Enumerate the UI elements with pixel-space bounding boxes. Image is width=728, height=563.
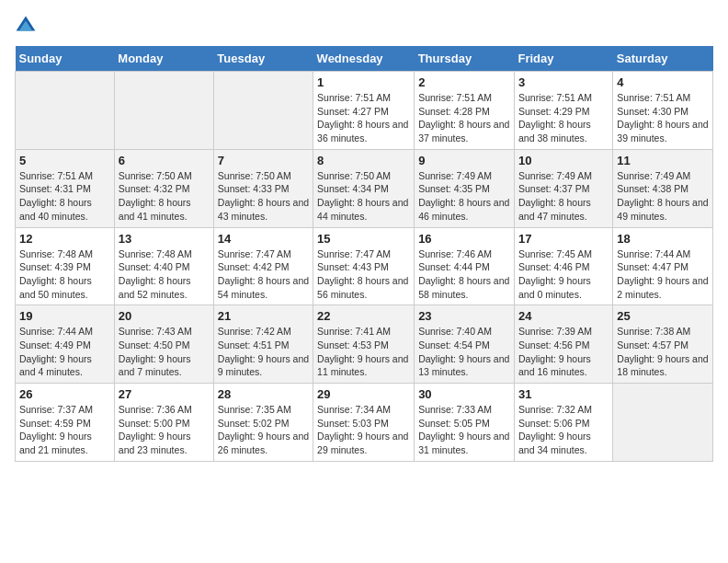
- calendar-cell: 11Sunrise: 7:49 AM Sunset: 4:38 PM Dayli…: [613, 149, 713, 227]
- calendar-cell: 30Sunrise: 7:33 AM Sunset: 5:05 PM Dayli…: [415, 384, 515, 462]
- day-content: Sunrise: 7:51 AM Sunset: 4:30 PM Dayligh…: [617, 91, 709, 145]
- day-number: 16: [418, 232, 510, 246]
- calendar-cell: [114, 72, 213, 150]
- day-content: Sunrise: 7:39 AM Sunset: 4:56 PM Dayligh…: [518, 325, 609, 379]
- day-number: 10: [518, 154, 609, 167]
- calendar-cell: 16Sunrise: 7:46 AM Sunset: 4:44 PM Dayli…: [415, 227, 515, 305]
- day-content: Sunrise: 7:44 AM Sunset: 4:49 PM Dayligh…: [19, 325, 110, 379]
- day-number: 9: [418, 154, 510, 167]
- day-number: 24: [518, 309, 609, 323]
- weekday-header-saturday: Saturday: [613, 46, 713, 72]
- calendar-table: SundayMondayTuesdayWednesdayThursdayFrid…: [15, 46, 713, 462]
- day-content: Sunrise: 7:43 AM Sunset: 4:50 PM Dayligh…: [119, 325, 210, 379]
- day-number: 6: [119, 154, 210, 167]
- day-content: Sunrise: 7:37 AM Sunset: 4:59 PM Dayligh…: [19, 403, 110, 457]
- weekday-header-sunday: Sunday: [16, 46, 115, 72]
- calendar-week-row: 26Sunrise: 7:37 AM Sunset: 4:59 PM Dayli…: [16, 384, 713, 462]
- day-content: Sunrise: 7:50 AM Sunset: 4:32 PM Dayligh…: [119, 169, 210, 224]
- calendar-cell: 10Sunrise: 7:49 AM Sunset: 4:37 PM Dayli…: [514, 149, 612, 227]
- calendar-cell: 3Sunrise: 7:51 AM Sunset: 4:29 PM Daylig…: [514, 72, 612, 150]
- page-header: [15, 15, 713, 37]
- day-number: 7: [218, 154, 309, 167]
- day-number: 14: [218, 232, 309, 246]
- day-content: Sunrise: 7:49 AM Sunset: 4:35 PM Dayligh…: [418, 169, 510, 224]
- day-content: Sunrise: 7:50 AM Sunset: 4:33 PM Dayligh…: [218, 169, 309, 224]
- calendar-cell: 23Sunrise: 7:40 AM Sunset: 4:54 PM Dayli…: [415, 305, 515, 384]
- day-content: Sunrise: 7:48 AM Sunset: 4:40 PM Dayligh…: [119, 247, 210, 302]
- weekday-header-thursday: Thursday: [415, 46, 515, 72]
- day-number: 21: [218, 309, 309, 323]
- day-number: 20: [119, 309, 210, 323]
- day-number: 28: [218, 387, 309, 401]
- day-content: Sunrise: 7:51 AM Sunset: 4:29 PM Dayligh…: [518, 91, 609, 145]
- day-number: 18: [617, 232, 709, 246]
- day-content: Sunrise: 7:41 AM Sunset: 4:53 PM Dayligh…: [317, 325, 410, 379]
- day-number: 23: [418, 309, 510, 323]
- day-content: Sunrise: 7:46 AM Sunset: 4:44 PM Dayligh…: [418, 247, 510, 302]
- day-content: Sunrise: 7:49 AM Sunset: 4:38 PM Dayligh…: [617, 169, 709, 224]
- day-number: 11: [617, 154, 709, 167]
- day-content: Sunrise: 7:34 AM Sunset: 5:03 PM Dayligh…: [317, 403, 410, 457]
- calendar-cell: 8Sunrise: 7:50 AM Sunset: 4:34 PM Daylig…: [313, 149, 415, 227]
- day-content: Sunrise: 7:44 AM Sunset: 4:47 PM Dayligh…: [617, 247, 709, 302]
- calendar-cell: 15Sunrise: 7:47 AM Sunset: 4:43 PM Dayli…: [313, 227, 415, 305]
- day-number: 27: [119, 387, 210, 401]
- calendar-cell: 12Sunrise: 7:48 AM Sunset: 4:39 PM Dayli…: [16, 227, 115, 305]
- calendar-cell: 17Sunrise: 7:45 AM Sunset: 4:46 PM Dayli…: [514, 227, 612, 305]
- day-number: 4: [617, 75, 709, 89]
- calendar-cell: 24Sunrise: 7:39 AM Sunset: 4:56 PM Dayli…: [514, 305, 612, 384]
- calendar-cell: 20Sunrise: 7:43 AM Sunset: 4:50 PM Dayli…: [114, 305, 213, 384]
- day-number: 25: [617, 309, 709, 323]
- calendar-cell: 2Sunrise: 7:51 AM Sunset: 4:28 PM Daylig…: [415, 72, 515, 150]
- calendar-cell: 5Sunrise: 7:51 AM Sunset: 4:31 PM Daylig…: [16, 149, 115, 227]
- day-content: Sunrise: 7:47 AM Sunset: 4:42 PM Dayligh…: [218, 247, 309, 302]
- day-content: Sunrise: 7:32 AM Sunset: 5:06 PM Dayligh…: [518, 403, 609, 457]
- day-content: Sunrise: 7:51 AM Sunset: 4:28 PM Dayligh…: [418, 91, 510, 145]
- calendar-cell: [213, 72, 313, 150]
- day-content: Sunrise: 7:42 AM Sunset: 4:51 PM Dayligh…: [218, 325, 309, 379]
- day-number: 29: [317, 387, 410, 401]
- day-content: Sunrise: 7:48 AM Sunset: 4:39 PM Dayligh…: [19, 247, 110, 302]
- calendar-week-row: 19Sunrise: 7:44 AM Sunset: 4:49 PM Dayli…: [16, 305, 713, 384]
- day-number: 15: [317, 232, 410, 246]
- day-content: Sunrise: 7:51 AM Sunset: 4:27 PM Dayligh…: [317, 91, 410, 145]
- calendar-cell: 29Sunrise: 7:34 AM Sunset: 5:03 PM Dayli…: [313, 384, 415, 462]
- logo-icon: [15, 15, 37, 37]
- day-number: 12: [19, 232, 110, 246]
- calendar-cell: 19Sunrise: 7:44 AM Sunset: 4:49 PM Dayli…: [16, 305, 115, 384]
- calendar-cell: 27Sunrise: 7:36 AM Sunset: 5:00 PM Dayli…: [114, 384, 213, 462]
- calendar-week-row: 5Sunrise: 7:51 AM Sunset: 4:31 PM Daylig…: [16, 149, 713, 227]
- calendar-cell: 25Sunrise: 7:38 AM Sunset: 4:57 PM Dayli…: [613, 305, 713, 384]
- day-content: Sunrise: 7:51 AM Sunset: 4:31 PM Dayligh…: [19, 169, 110, 224]
- calendar-week-row: 12Sunrise: 7:48 AM Sunset: 4:39 PM Dayli…: [16, 227, 713, 305]
- day-number: 13: [119, 232, 210, 246]
- calendar-cell: 7Sunrise: 7:50 AM Sunset: 4:33 PM Daylig…: [213, 149, 313, 227]
- weekday-header-wednesday: Wednesday: [313, 46, 415, 72]
- weekday-header-row: SundayMondayTuesdayWednesdayThursdayFrid…: [16, 46, 713, 72]
- day-content: Sunrise: 7:35 AM Sunset: 5:02 PM Dayligh…: [218, 403, 309, 457]
- day-number: 3: [518, 75, 609, 89]
- logo: [15, 15, 40, 37]
- weekday-header-tuesday: Tuesday: [213, 46, 313, 72]
- calendar-cell: [16, 72, 115, 150]
- day-number: 22: [317, 309, 410, 323]
- day-content: Sunrise: 7:47 AM Sunset: 4:43 PM Dayligh…: [317, 247, 410, 302]
- day-content: Sunrise: 7:49 AM Sunset: 4:37 PM Dayligh…: [518, 169, 609, 224]
- day-number: 5: [19, 154, 110, 167]
- day-number: 17: [518, 232, 609, 246]
- day-content: Sunrise: 7:36 AM Sunset: 5:00 PM Dayligh…: [119, 403, 210, 457]
- day-number: 8: [317, 154, 410, 167]
- calendar-cell: 28Sunrise: 7:35 AM Sunset: 5:02 PM Dayli…: [213, 384, 313, 462]
- day-number: 30: [418, 387, 510, 401]
- day-content: Sunrise: 7:45 AM Sunset: 4:46 PM Dayligh…: [518, 247, 609, 302]
- day-number: 26: [19, 387, 110, 401]
- weekday-header-monday: Monday: [114, 46, 213, 72]
- day-content: Sunrise: 7:38 AM Sunset: 4:57 PM Dayligh…: [617, 325, 709, 379]
- day-content: Sunrise: 7:40 AM Sunset: 4:54 PM Dayligh…: [418, 325, 510, 379]
- calendar-cell: 14Sunrise: 7:47 AM Sunset: 4:42 PM Dayli…: [213, 227, 313, 305]
- calendar-cell: 21Sunrise: 7:42 AM Sunset: 4:51 PM Dayli…: [213, 305, 313, 384]
- day-content: Sunrise: 7:33 AM Sunset: 5:05 PM Dayligh…: [418, 403, 510, 457]
- day-number: 19: [19, 309, 110, 323]
- calendar-cell: 13Sunrise: 7:48 AM Sunset: 4:40 PM Dayli…: [114, 227, 213, 305]
- weekday-header-friday: Friday: [514, 46, 612, 72]
